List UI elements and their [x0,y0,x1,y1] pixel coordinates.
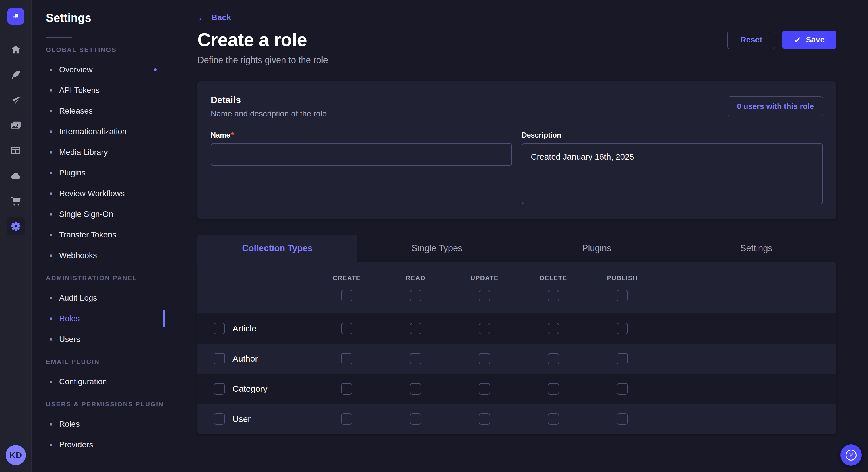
cloud-icon [10,170,22,181]
article-read-checkbox[interactable] [410,323,422,334]
author-read-checkbox[interactable] [410,353,422,365]
bullet-icon [50,131,52,133]
bullet-icon [50,423,52,426]
bullet-icon [50,255,52,257]
sidebar-item-review-workflows[interactable]: Review Workflows [32,183,165,204]
nav-settings[interactable] [3,214,28,239]
strapi-logo[interactable] [7,8,24,25]
tab-single-types[interactable]: Single Types [357,235,517,262]
sidebar-item-overview[interactable]: Overview [32,59,165,80]
nav-media-library[interactable] [3,113,28,138]
column-header-delete: DELETE [539,274,567,282]
bullet-icon [50,338,52,341]
bullet-icon [50,89,52,92]
reset-button[interactable]: Reset [727,31,775,49]
sidebar-item-media-library[interactable]: Media Library [32,142,165,163]
user-update-checkbox[interactable] [479,413,490,425]
author-create-checkbox[interactable] [341,353,352,365]
select-all-publish-checkbox[interactable] [617,290,628,301]
sidebar-item-transfer-tokens[interactable]: Transfer Tokens [32,225,165,245]
select-all-read-checkbox[interactable] [410,290,422,301]
details-title: Details [211,95,327,105]
divider [677,240,677,256]
details-card: Details Name and description of the role… [197,81,836,218]
question-mark-icon: ? [846,450,857,461]
sidebar-item-releases[interactable]: Releases [32,101,165,121]
user-publish-checkbox[interactable] [617,413,628,425]
description-textarea[interactable]: Created January 16th, 2025 [522,143,823,204]
users-with-role-button[interactable]: 0 users with this role [728,96,823,116]
select-all-create-checkbox[interactable] [341,290,352,301]
category-publish-checkbox[interactable] [617,383,628,395]
article-create-checkbox[interactable] [341,323,352,334]
column-header-create: CREATE [333,274,361,282]
images-icon [10,120,22,131]
nav-content-manager[interactable] [3,62,28,88]
sidebar-item-plugins[interactable]: Plugins [32,163,165,183]
user-read-checkbox[interactable] [410,413,422,425]
name-input[interactable] [211,143,512,166]
sidebar-item-providers[interactable]: Providers [32,434,165,455]
tab-settings[interactable]: Settings [677,235,836,262]
category-delete-checkbox[interactable] [548,383,559,395]
bullet-icon [50,193,52,195]
author-publish-checkbox[interactable] [617,353,628,365]
article-update-checkbox[interactable] [479,323,490,334]
permission-row-category: Category [197,374,836,404]
back-link[interactable]: ← Back [197,12,231,22]
sidebar-item-api-tokens[interactable]: API Tokens [32,80,165,101]
required-asterisk: * [231,131,234,139]
author-delete-checkbox[interactable] [548,353,559,365]
sidebar-item-single-sign-on[interactable]: Single Sign-On [32,204,165,225]
category-create-checkbox[interactable] [341,383,352,395]
tab-collection-types[interactable]: Collection Types [197,235,357,262]
author-update-checkbox[interactable] [479,353,490,365]
name-label: Name* [211,131,512,139]
sidebar-item-users[interactable]: Users [32,329,165,349]
row-select-checkbox[interactable] [214,353,225,365]
nav-home[interactable] [3,37,28,62]
notification-dot-icon [154,68,157,71]
section-users-permissions-plugin: USERS & PERMISSIONS PLUGIN Roles Provide… [32,401,165,455]
article-publish-checkbox[interactable] [617,323,628,334]
sidebar-item-audit-logs[interactable]: Audit Logs [32,288,165,308]
settings-sidebar: Settings GLOBAL SETTINGS Overview API To… [32,0,165,472]
main-content: ← Back Create a role Reset ✓ Save Define… [165,0,868,472]
nav-content-type-builder[interactable] [3,138,28,163]
user-delete-checkbox[interactable] [548,413,559,425]
row-select-checkbox[interactable] [214,383,225,395]
description-label: Description [522,131,823,139]
select-all-update-checkbox[interactable] [479,290,490,301]
sidebar-item-internationalization[interactable]: Internationalization [32,121,165,142]
feather-icon [10,69,22,80]
permissions-tabs: Collection Types Single Types Plugins Se… [197,235,836,262]
nav-releases[interactable] [3,88,28,113]
section-label: EMAIL PLUGIN [32,358,165,366]
user-create-checkbox[interactable] [341,413,352,425]
category-read-checkbox[interactable] [410,383,422,395]
row-select-checkbox[interactable] [214,413,225,425]
help-button[interactable]: ? [840,444,862,466]
tab-plugins[interactable]: Plugins [517,235,677,262]
sidebar-item-roles-admin[interactable]: Roles [32,308,165,329]
main-nav-rail: KD [0,0,32,472]
bullet-icon [50,380,52,383]
back-arrow-icon: ← [197,12,207,22]
section-label: ADMINISTRATION PANEL [32,274,165,282]
select-all-delete-checkbox[interactable] [548,290,559,301]
category-update-checkbox[interactable] [479,383,490,395]
paper-plane-icon [10,94,22,106]
row-select-checkbox[interactable] [214,323,225,334]
settings-active-tile [7,217,25,235]
user-avatar[interactable]: KD [6,445,26,465]
bullet-icon [50,151,52,154]
gear-icon [10,221,22,232]
sidebar-item-roles-up[interactable]: Roles [32,414,165,434]
save-button[interactable]: ✓ Save [782,31,836,49]
sidebar-item-webhooks[interactable]: Webhooks [32,245,165,266]
article-delete-checkbox[interactable] [548,323,559,334]
strapi-logo-icon [11,11,21,21]
nav-marketplace[interactable] [3,189,28,214]
nav-deploy[interactable] [3,163,28,189]
sidebar-item-configuration[interactable]: Configuration [32,371,165,392]
